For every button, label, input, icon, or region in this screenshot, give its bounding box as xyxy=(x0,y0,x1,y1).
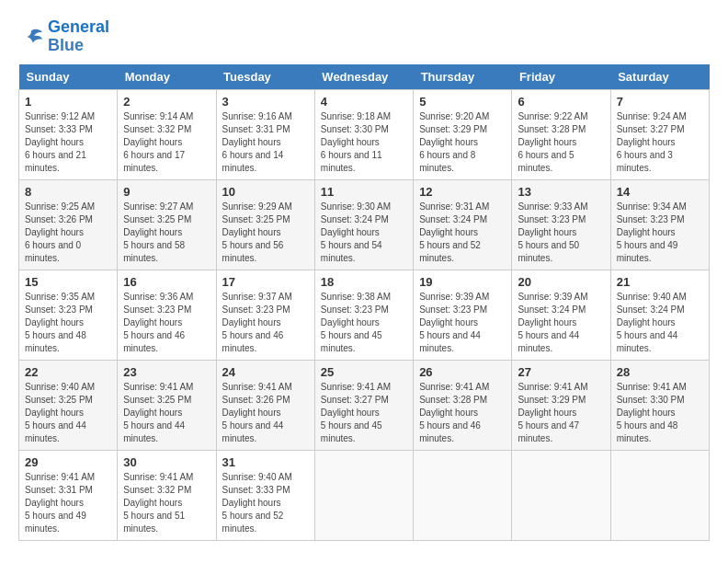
day-detail: Sunrise: 9:40 AMSunset: 3:24 PMDaylight … xyxy=(617,291,703,355)
day-detail: Sunrise: 9:36 AMSunset: 3:23 PMDaylight … xyxy=(123,291,210,355)
calendar-cell: 8 Sunrise: 9:25 AMSunset: 3:26 PMDayligh… xyxy=(19,179,118,270)
day-number: 26 xyxy=(419,365,506,379)
calendar-header-monday: Monday xyxy=(118,64,216,90)
day-number: 28 xyxy=(617,365,703,379)
day-number: 21 xyxy=(617,275,703,289)
day-detail: Sunrise: 9:41 AMSunset: 3:31 PMDaylight … xyxy=(25,471,111,535)
calendar-week-row: 1 Sunrise: 9:12 AMSunset: 3:33 PMDayligh… xyxy=(19,89,710,179)
day-detail: Sunrise: 9:41 AMSunset: 3:28 PMDaylight … xyxy=(419,381,506,445)
calendar-cell: 3 Sunrise: 9:16 AMSunset: 3:31 PMDayligh… xyxy=(216,89,314,179)
day-number: 29 xyxy=(25,455,111,469)
calendar-cell: 7 Sunrise: 9:24 AMSunset: 3:27 PMDayligh… xyxy=(610,89,709,179)
calendar-cell xyxy=(610,450,709,540)
calendar-week-row: 15 Sunrise: 9:35 AMSunset: 3:23 PMDaylig… xyxy=(19,270,710,360)
day-number: 27 xyxy=(518,365,604,379)
day-number: 10 xyxy=(222,185,309,199)
calendar-cell: 26 Sunrise: 9:41 AMSunset: 3:28 PMDaylig… xyxy=(414,360,512,450)
calendar-header-tuesday: Tuesday xyxy=(216,64,314,90)
day-number: 25 xyxy=(321,365,407,379)
day-detail: Sunrise: 9:35 AMSunset: 3:23 PMDaylight … xyxy=(25,291,111,355)
day-number: 8 xyxy=(25,185,111,199)
calendar-cell: 25 Sunrise: 9:41 AMSunset: 3:27 PMDaylig… xyxy=(314,360,413,450)
calendar-cell: 30 Sunrise: 9:41 AMSunset: 3:32 PMDaylig… xyxy=(118,450,216,540)
day-detail: Sunrise: 9:22 AMSunset: 3:28 PMDaylight … xyxy=(518,110,604,175)
day-detail: Sunrise: 9:30 AMSunset: 3:24 PMDaylight … xyxy=(321,201,407,265)
day-number: 16 xyxy=(123,275,210,289)
calendar-header-sunday: Sunday xyxy=(19,64,118,90)
day-detail: Sunrise: 9:20 AMSunset: 3:29 PMDaylight … xyxy=(419,110,506,175)
day-number: 2 xyxy=(123,95,210,109)
day-detail: Sunrise: 9:25 AMSunset: 3:26 PMDaylight … xyxy=(25,201,111,265)
calendar-header-saturday: Saturday xyxy=(610,64,709,90)
calendar-cell xyxy=(314,450,413,540)
day-detail: Sunrise: 9:41 AMSunset: 3:29 PMDaylight … xyxy=(518,381,604,445)
day-detail: Sunrise: 9:39 AMSunset: 3:24 PMDaylight … xyxy=(518,291,604,355)
calendar-cell: 23 Sunrise: 9:41 AMSunset: 3:25 PMDaylig… xyxy=(118,360,216,450)
day-number: 15 xyxy=(25,275,111,289)
calendar-week-row: 29 Sunrise: 9:41 AMSunset: 3:31 PMDaylig… xyxy=(19,450,710,540)
logo-icon xyxy=(18,24,44,50)
calendar-header-friday: Friday xyxy=(512,64,610,90)
day-detail: Sunrise: 9:39 AMSunset: 3:23 PMDaylight … xyxy=(419,291,506,355)
calendar-cell: 12 Sunrise: 9:31 AMSunset: 3:24 PMDaylig… xyxy=(414,179,512,270)
calendar-cell: 31 Sunrise: 9:40 AMSunset: 3:33 PMDaylig… xyxy=(216,450,314,540)
calendar-cell: 27 Sunrise: 9:41 AMSunset: 3:29 PMDaylig… xyxy=(512,360,610,450)
day-detail: Sunrise: 9:14 AMSunset: 3:32 PMDaylight … xyxy=(123,110,210,175)
day-detail: Sunrise: 9:40 AMSunset: 3:33 PMDaylight … xyxy=(222,471,309,535)
calendar-cell: 22 Sunrise: 9:40 AMSunset: 3:25 PMDaylig… xyxy=(19,360,118,450)
day-number: 7 xyxy=(617,95,703,109)
day-number: 1 xyxy=(25,95,111,109)
calendar-cell: 16 Sunrise: 9:36 AMSunset: 3:23 PMDaylig… xyxy=(118,270,216,360)
day-detail: Sunrise: 9:29 AMSunset: 3:25 PMDaylight … xyxy=(222,201,309,265)
day-number: 31 xyxy=(222,455,309,469)
calendar-cell: 24 Sunrise: 9:41 AMSunset: 3:26 PMDaylig… xyxy=(216,360,314,450)
day-number: 17 xyxy=(222,275,309,289)
calendar-cell: 9 Sunrise: 9:27 AMSunset: 3:25 PMDayligh… xyxy=(118,179,216,270)
day-detail: Sunrise: 9:16 AMSunset: 3:31 PMDaylight … xyxy=(222,110,309,175)
calendar-cell xyxy=(414,450,512,540)
day-detail: Sunrise: 9:41 AMSunset: 3:32 PMDaylight … xyxy=(123,471,210,535)
calendar-cell: 4 Sunrise: 9:18 AMSunset: 3:30 PMDayligh… xyxy=(314,89,413,179)
day-detail: Sunrise: 9:33 AMSunset: 3:23 PMDaylight … xyxy=(518,201,604,265)
day-number: 5 xyxy=(419,95,506,109)
calendar-cell xyxy=(512,450,610,540)
day-number: 18 xyxy=(321,275,407,289)
day-detail: Sunrise: 9:41 AMSunset: 3:30 PMDaylight … xyxy=(617,381,703,445)
calendar-table: SundayMondayTuesdayWednesdayThursdayFrid… xyxy=(18,64,710,541)
day-number: 23 xyxy=(123,365,210,379)
calendar-cell: 11 Sunrise: 9:30 AMSunset: 3:24 PMDaylig… xyxy=(314,179,413,270)
day-number: 4 xyxy=(321,95,407,109)
calendar-cell: 10 Sunrise: 9:29 AMSunset: 3:25 PMDaylig… xyxy=(216,179,314,270)
calendar-cell: 19 Sunrise: 9:39 AMSunset: 3:23 PMDaylig… xyxy=(414,270,512,360)
logo: General Blue xyxy=(18,18,109,55)
day-detail: Sunrise: 9:40 AMSunset: 3:25 PMDaylight … xyxy=(25,381,111,445)
calendar-header-row: SundayMondayTuesdayWednesdayThursdayFrid… xyxy=(19,64,710,90)
calendar-cell: 5 Sunrise: 9:20 AMSunset: 3:29 PMDayligh… xyxy=(414,89,512,179)
day-detail: Sunrise: 9:31 AMSunset: 3:24 PMDaylight … xyxy=(419,201,506,265)
day-detail: Sunrise: 9:24 AMSunset: 3:27 PMDaylight … xyxy=(617,110,703,175)
day-number: 20 xyxy=(518,275,604,289)
calendar-cell: 14 Sunrise: 9:34 AMSunset: 3:23 PMDaylig… xyxy=(610,179,709,270)
header: General Blue xyxy=(18,18,710,55)
day-number: 9 xyxy=(123,185,210,199)
day-number: 6 xyxy=(518,95,604,109)
day-number: 24 xyxy=(222,365,309,379)
day-detail: Sunrise: 9:12 AMSunset: 3:33 PMDaylight … xyxy=(25,110,111,175)
day-detail: Sunrise: 9:41 AMSunset: 3:27 PMDaylight … xyxy=(321,381,407,445)
calendar-cell: 1 Sunrise: 9:12 AMSunset: 3:33 PMDayligh… xyxy=(19,89,118,179)
calendar-header-thursday: Thursday xyxy=(414,64,512,90)
calendar-week-row: 22 Sunrise: 9:40 AMSunset: 3:25 PMDaylig… xyxy=(19,360,710,450)
calendar-cell: 18 Sunrise: 9:38 AMSunset: 3:23 PMDaylig… xyxy=(314,270,413,360)
day-number: 19 xyxy=(419,275,506,289)
day-detail: Sunrise: 9:38 AMSunset: 3:23 PMDaylight … xyxy=(321,291,407,355)
calendar-cell: 6 Sunrise: 9:22 AMSunset: 3:28 PMDayligh… xyxy=(512,89,610,179)
day-number: 22 xyxy=(25,365,111,379)
calendar-cell: 15 Sunrise: 9:35 AMSunset: 3:23 PMDaylig… xyxy=(19,270,118,360)
day-number: 14 xyxy=(617,185,703,199)
calendar-cell: 13 Sunrise: 9:33 AMSunset: 3:23 PMDaylig… xyxy=(512,179,610,270)
calendar-cell: 21 Sunrise: 9:40 AMSunset: 3:24 PMDaylig… xyxy=(610,270,709,360)
day-number: 13 xyxy=(518,185,604,199)
day-detail: Sunrise: 9:34 AMSunset: 3:23 PMDaylight … xyxy=(617,201,703,265)
day-detail: Sunrise: 9:41 AMSunset: 3:25 PMDaylight … xyxy=(123,381,210,445)
day-number: 30 xyxy=(123,455,210,469)
